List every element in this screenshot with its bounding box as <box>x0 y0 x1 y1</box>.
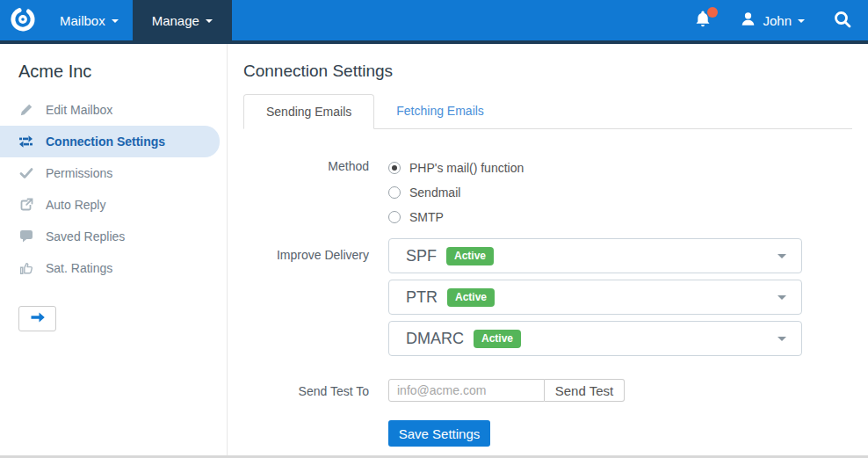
main-content: Connection Settings Sending Emails Fetch… <box>228 44 868 455</box>
radio-label: Sendmail <box>409 185 460 200</box>
radio-option-smtp[interactable]: SMTP <box>388 205 524 229</box>
thumbs-up-icon <box>18 261 33 275</box>
caret-down-icon <box>798 19 805 23</box>
topbar-spacer <box>232 0 693 40</box>
sidebar: Acme Inc Edit Mailbox <box>0 44 228 455</box>
logo-icon <box>9 5 37 36</box>
nav-mailbox-label: Mailbox <box>60 13 105 28</box>
user-menu[interactable]: John <box>740 0 805 40</box>
method-row: Method PHP's mail() function Sendmail SM… <box>243 156 852 229</box>
chevron-down-icon <box>778 295 786 300</box>
nav-manage[interactable]: Manage <box>133 0 232 40</box>
ptr-dropdown[interactable]: PTR Active <box>388 280 802 315</box>
radio-label: PHP's mail() function <box>409 161 524 175</box>
radio-option-sendmail[interactable]: Sendmail <box>388 180 524 205</box>
status-badge: Active <box>446 247 494 265</box>
improve-delivery-controls: SPF Active PTR Active DMARC Active <box>388 238 802 362</box>
send-test-row: Send Test To Send Test <box>243 379 852 402</box>
ptr-label: PTR <box>406 288 438 307</box>
search-icon <box>833 10 852 32</box>
sidebar-item-sat-ratings[interactable]: Sat. Ratings <box>0 252 227 284</box>
sidebar-item-connection-settings[interactable]: Connection Settings <box>0 126 220 157</box>
tab-bar: Sending Emails Fetching Emails <box>243 94 852 129</box>
radio-button[interactable] <box>388 186 401 199</box>
sidebar-item-label: Saved Replies <box>46 229 125 244</box>
sidebar-item-auto-reply[interactable]: Auto Reply <box>0 189 227 221</box>
caret-down-icon <box>112 19 119 23</box>
sidebar-menu: Edit Mailbox Connection Settings <box>0 94 227 284</box>
send-test-label: Send Test To <box>243 379 369 402</box>
notification-dot <box>707 7 718 18</box>
dmarc-dropdown[interactable]: DMARC Active <box>388 321 802 356</box>
mailbox-name: Acme Inc <box>18 62 227 82</box>
dmarc-label: DMARC <box>406 330 464 348</box>
arrow-right-icon <box>30 311 46 327</box>
status-badge: Active <box>447 288 495 307</box>
top-navigation-bar: Mailbox Manage John <box>0 0 868 44</box>
status-badge: Active <box>474 330 521 348</box>
radio-button[interactable] <box>388 211 401 223</box>
nav-mailbox[interactable]: Mailbox <box>46 0 133 40</box>
sidebar-item-saved-replies[interactable]: Saved Replies <box>0 221 227 252</box>
nav-manage-label: Manage <box>152 13 199 28</box>
sidebar-item-permissions[interactable]: Permissions <box>0 157 227 189</box>
tab-fetching-emails[interactable]: Fetching Emails <box>374 94 506 128</box>
radio-label: SMTP <box>409 210 444 224</box>
sidebar-item-label: Auto Reply <box>46 198 105 212</box>
save-row-spacer <box>243 420 369 447</box>
send-test-button[interactable]: Send Test <box>545 379 625 402</box>
chevron-down-icon <box>778 254 786 258</box>
improve-delivery-row: Improve Delivery SPF Active PTR Active D… <box>243 238 852 362</box>
transfer-icon <box>18 134 33 149</box>
sidebar-item-label: Edit Mailbox <box>46 103 112 117</box>
share-icon <box>18 198 33 212</box>
caret-down-icon <box>206 19 213 23</box>
save-row: Save Settings <box>243 420 852 447</box>
spf-dropdown[interactable]: SPF Active <box>388 238 802 273</box>
improve-delivery-label: Improve Delivery <box>243 238 369 362</box>
sidebar-item-label: Sat. Ratings <box>46 261 112 275</box>
sidebar-item-edit-mailbox[interactable]: Edit Mailbox <box>0 94 227 126</box>
notifications-button[interactable] <box>692 0 713 40</box>
sidebar-item-label: Connection Settings <box>46 134 165 149</box>
page-title: Connection Settings <box>243 62 852 81</box>
pencil-icon <box>18 103 33 117</box>
check-icon <box>18 166 33 180</box>
method-options: PHP's mail() function Sendmail SMTP <box>388 156 524 229</box>
radio-option-php-mail[interactable]: PHP's mail() function <box>388 156 524 180</box>
spf-label: SPF <box>406 247 437 265</box>
sidebar-toggle-button[interactable] <box>18 306 56 331</box>
user-icon <box>740 11 756 30</box>
connection-settings-form: Method PHP's mail() function Sendmail SM… <box>243 156 852 447</box>
send-test-input[interactable] <box>388 379 545 402</box>
chevron-down-icon <box>778 337 786 341</box>
sidebar-item-label: Permissions <box>46 166 112 180</box>
user-name: John <box>763 13 792 28</box>
save-settings-button[interactable]: Save Settings <box>388 420 490 447</box>
radio-button[interactable] <box>388 162 401 174</box>
method-label: Method <box>243 156 369 229</box>
search-button[interactable] <box>833 0 852 40</box>
app-logo[interactable] <box>0 0 46 40</box>
tab-sending-emails[interactable]: Sending Emails <box>243 94 374 129</box>
send-test-group: Send Test <box>388 379 625 402</box>
comment-icon <box>18 229 33 244</box>
